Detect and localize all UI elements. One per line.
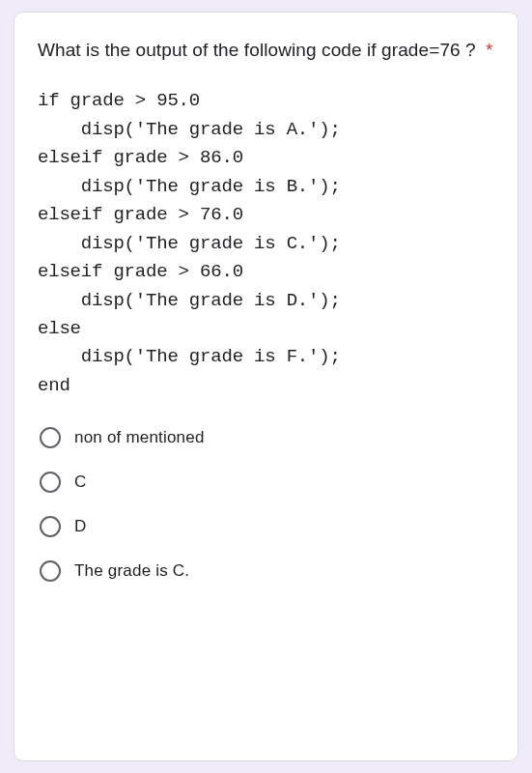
radio-icon xyxy=(40,427,61,448)
question-row: What is the output of the following code… xyxy=(38,36,494,64)
code-block: if grade > 95.0 disp('The grade is A.');… xyxy=(38,87,494,400)
option-label: The grade is C. xyxy=(74,561,189,581)
required-asterisk: * xyxy=(486,41,492,60)
option-label: D xyxy=(74,517,86,536)
radio-icon xyxy=(40,516,61,537)
option-0[interactable]: non of mentioned xyxy=(38,417,494,458)
options-group: non of mentioned C D The grade is C. xyxy=(38,417,494,591)
option-2[interactable]: D xyxy=(38,506,494,547)
question-text: What is the output of the following code… xyxy=(38,40,476,60)
option-label: non of mentioned xyxy=(74,428,205,447)
option-1[interactable]: C xyxy=(38,462,494,502)
radio-icon xyxy=(40,472,61,493)
radio-icon xyxy=(40,560,61,582)
option-label: C xyxy=(74,472,86,492)
option-3[interactable]: The grade is C. xyxy=(38,551,494,591)
question-card: What is the output of the following code… xyxy=(14,12,518,761)
